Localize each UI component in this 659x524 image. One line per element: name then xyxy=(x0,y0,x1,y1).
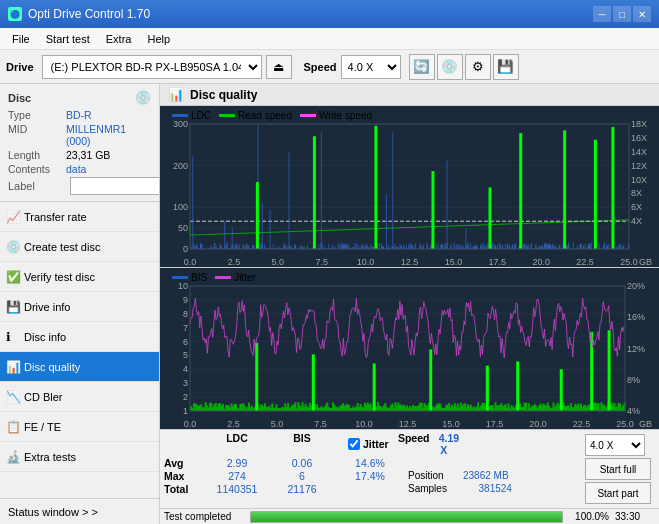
col-header-speed: Speed xyxy=(389,432,439,456)
progress-bar-outer xyxy=(250,511,563,523)
close-button[interactable]: ✕ xyxy=(633,6,651,22)
nav-label-create-test-disc: Create test disc xyxy=(24,241,100,253)
nav-label-drive-info: Drive info xyxy=(24,301,70,313)
col-spacer xyxy=(332,432,348,456)
nav-label-fe-te: FE / TE xyxy=(24,421,61,433)
sidebar-item-fe-te[interactable]: 📋 FE / TE xyxy=(0,412,159,442)
chart2-canvas xyxy=(160,268,659,429)
legend-jitter-label: Jitter xyxy=(234,272,256,283)
disc-mid-label: MID xyxy=(8,123,66,147)
extra-tests-icon: 🔬 xyxy=(6,450,21,464)
save-button[interactable]: 💾 xyxy=(493,54,519,80)
nav-label-disc-info: Disc info xyxy=(24,331,66,343)
sidebar-item-create-test-disc[interactable]: 💿 Create test disc xyxy=(0,232,159,262)
disc-contents-value[interactable]: data xyxy=(66,163,86,175)
progress-status: Test completed xyxy=(164,511,244,522)
max-label: Max xyxy=(164,470,202,482)
status-window-button[interactable]: Status window > > xyxy=(0,498,159,524)
menu-help[interactable]: Help xyxy=(139,31,178,47)
total-label: Total xyxy=(164,483,202,495)
drive-select[interactable]: (E:) PLEXTOR BD-R PX-LB950SA 1.04 xyxy=(42,55,262,79)
drive-label: Drive xyxy=(6,61,34,73)
nav-label-transfer-rate: Transfer rate xyxy=(24,211,87,223)
chart1-container: LDC Read speed Write speed xyxy=(160,106,659,268)
speed-select[interactable]: 4.0 X 2.0 X 1.0 X xyxy=(341,55,401,79)
fe-te-icon: 📋 xyxy=(6,420,21,434)
toolbar: Drive (E:) PLEXTOR BD-R PX-LB950SA 1.04 … xyxy=(0,50,659,84)
disc-panel-title: Disc xyxy=(8,92,31,104)
disc-button[interactable]: 💿 xyxy=(437,54,463,80)
max-jitter: 17.4% xyxy=(332,470,408,482)
jitter-checkbox[interactable] xyxy=(348,438,360,450)
legend-bis: BIS xyxy=(172,272,207,283)
start-full-button[interactable]: Start full xyxy=(585,458,651,480)
menu-file[interactable]: File xyxy=(4,31,38,47)
disc-type-label: Type xyxy=(8,109,66,121)
position-label: Position xyxy=(408,470,444,482)
status-window-label: Status window > > xyxy=(8,506,98,518)
col-header-ldc: LDC xyxy=(202,432,272,456)
disc-mid-row: MID MILLENMR1 (000) xyxy=(8,123,151,147)
nav-label-verify-test-disc: Verify test disc xyxy=(24,271,95,283)
legend-write-speed: Write speed xyxy=(300,110,372,121)
legend-bis-dot xyxy=(172,276,188,279)
settings-button[interactable]: ⚙ xyxy=(465,54,491,80)
legend-read-dot xyxy=(219,114,235,117)
progress-row: Test completed 100.0% 33:30 xyxy=(160,508,659,524)
chart1-legend: LDC Read speed Write speed xyxy=(164,108,380,123)
eject-button[interactable]: ⏏ xyxy=(266,55,292,79)
sidebar-item-disc-quality[interactable]: 📊 Disc quality xyxy=(0,352,159,382)
create-test-disc-icon: 💿 xyxy=(6,240,21,254)
max-ldc: 274 xyxy=(202,470,272,482)
sidebar-item-drive-info[interactable]: 💾 Drive info xyxy=(0,292,159,322)
total-samples: 381524 xyxy=(447,483,512,495)
legend-ldc-label: LDC xyxy=(191,110,211,121)
titlebar-title: 🔵 Opti Drive Control 1.70 xyxy=(8,7,150,21)
sidebar-item-cd-bler[interactable]: 📉 CD Bler xyxy=(0,382,159,412)
chart1-canvas xyxy=(160,106,659,267)
total-bis: 21176 xyxy=(272,483,332,495)
verify-test-disc-icon: ✅ xyxy=(6,270,21,284)
disc-panel-header: Disc 💿 xyxy=(8,90,151,105)
app-title: Opti Drive Control 1.70 xyxy=(28,7,150,21)
stats-right-panel: 4.0 X 2.0 X Start full Start part xyxy=(581,432,655,506)
sidebar-item-disc-info[interactable]: ℹ Disc info xyxy=(0,322,159,352)
avg-jitter: 14.6% xyxy=(332,457,408,469)
legend-bis-label: BIS xyxy=(191,272,207,283)
disc-length-label: Length xyxy=(8,149,66,161)
disc-label-input[interactable] xyxy=(70,177,160,195)
legend-ldc: LDC xyxy=(172,110,211,121)
maximize-button[interactable]: □ xyxy=(613,6,631,22)
legend-jitter-dot xyxy=(215,276,231,279)
charts-area: LDC Read speed Write speed xyxy=(160,106,659,429)
progress-time: 33:30 xyxy=(615,511,655,522)
chart2-legend: BIS Jitter xyxy=(164,270,264,285)
chart2-container: BIS Jitter xyxy=(160,268,659,430)
disc-info-panel: Disc 💿 Type BD-R MID MILLENMR1 (000) Len… xyxy=(0,84,159,202)
sidebar-nav: 📈 Transfer rate 💿 Create test disc ✅ Ver… xyxy=(0,202,159,498)
legend-ldc-dot xyxy=(172,114,188,117)
disc-type-row: Type BD-R xyxy=(8,109,151,121)
titlebar-controls: ─ □ ✕ xyxy=(593,6,651,22)
menu-start-test[interactable]: Start test xyxy=(38,31,98,47)
disc-length-value: 23,31 GB xyxy=(66,149,110,161)
stats-avg-row: Avg 2.99 0.06 14.6% xyxy=(164,457,581,469)
disc-panel-icon: 💿 xyxy=(135,90,151,105)
menu-extra[interactable]: Extra xyxy=(98,31,140,47)
samples-label: Samples xyxy=(408,483,447,495)
stats-speed-select[interactable]: 4.0 X 2.0 X xyxy=(585,434,645,456)
nav-label-extra-tests: Extra tests xyxy=(24,451,76,463)
start-part-button[interactable]: Start part xyxy=(585,482,651,504)
sidebar-item-verify-test-disc[interactable]: ✅ Verify test disc xyxy=(0,262,159,292)
content-area: 📊 Disc quality LDC Read speed xyxy=(160,84,659,524)
sidebar: Disc 💿 Type BD-R MID MILLENMR1 (000) Len… xyxy=(0,84,160,524)
disc-info-icon: ℹ xyxy=(6,330,11,344)
refresh-button[interactable]: 🔄 xyxy=(409,54,435,80)
minimize-button[interactable]: ─ xyxy=(593,6,611,22)
content-header-icon: 📊 xyxy=(168,87,184,102)
sidebar-item-transfer-rate[interactable]: 📈 Transfer rate xyxy=(0,202,159,232)
sidebar-item-extra-tests[interactable]: 🔬 Extra tests xyxy=(0,442,159,472)
legend-write-dot xyxy=(300,114,316,117)
nav-label-cd-bler: CD Bler xyxy=(24,391,63,403)
total-ldc: 1140351 xyxy=(202,483,272,495)
